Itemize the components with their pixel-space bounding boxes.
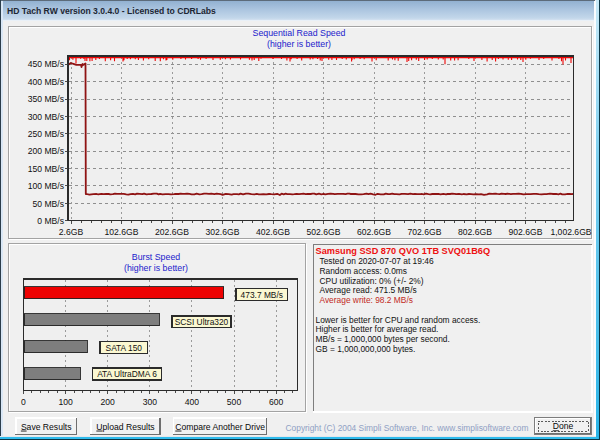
svg-text:902.6GB: 902.6GB xyxy=(509,227,543,237)
svg-text:Sequential Read Speed: Sequential Read Speed xyxy=(253,28,346,38)
svg-text:GB = 1,000,000,000 bytes.: GB = 1,000,000,000 bytes. xyxy=(316,344,416,354)
svg-text:150 MB/s: 150 MB/s xyxy=(28,164,64,174)
svg-text:Compare Another Drive: Compare Another Drive xyxy=(175,422,265,432)
svg-text:(higher is better): (higher is better) xyxy=(267,39,331,49)
svg-text:0: 0 xyxy=(21,397,26,407)
svg-text:Done: Done xyxy=(553,421,574,431)
svg-text:300: 300 xyxy=(143,397,158,407)
svg-text:Lower is better for CPU and ra: Lower is better for CPU and random acces… xyxy=(316,315,481,325)
svg-text:1,002.6GB: 1,002.6GB xyxy=(550,227,591,237)
svg-text:SCSI Ultra320: SCSI Ultra320 xyxy=(175,317,229,327)
svg-text:400: 400 xyxy=(185,397,200,407)
svg-text:0 MB/s: 0 MB/s xyxy=(37,216,64,226)
svg-text:Upload Results: Upload Results xyxy=(96,422,154,432)
svg-text:200 MB/s: 200 MB/s xyxy=(28,146,64,156)
svg-text:50 MB/s: 50 MB/s xyxy=(32,199,64,209)
svg-text:102.6GB: 102.6GB xyxy=(105,227,139,237)
svg-text:300 MB/s: 300 MB/s xyxy=(28,112,64,122)
svg-text:SATA 150: SATA 150 xyxy=(106,343,143,353)
svg-text:2.6GB: 2.6GB xyxy=(59,227,84,237)
svg-text:ATA UltraDMA 6: ATA UltraDMA 6 xyxy=(97,369,157,379)
svg-text:CPU utilization: 0% (+/- 2%): CPU utilization: 0% (+/- 2%) xyxy=(320,276,424,286)
svg-text:200: 200 xyxy=(101,397,116,407)
svg-text:Average write: 98.2 MB/s: Average write: 98.2 MB/s xyxy=(320,295,413,305)
svg-text:402.6GB: 402.6GB xyxy=(256,227,290,237)
svg-text:702.6GB: 702.6GB xyxy=(408,227,442,237)
svg-text:502.6GB: 502.6GB xyxy=(307,227,341,237)
svg-text:302.6GB: 302.6GB xyxy=(206,227,240,237)
svg-text:400 MB/s: 400 MB/s xyxy=(28,77,64,87)
svg-text:500: 500 xyxy=(227,397,242,407)
svg-text:202.6GB: 202.6GB xyxy=(155,227,189,237)
svg-text:Higher is better for average r: Higher is better for average read. xyxy=(316,324,439,334)
svg-text:450 MB/s: 450 MB/s xyxy=(28,59,64,69)
svg-text:100: 100 xyxy=(58,397,73,407)
svg-text:Copyright (C) 2004 Simpli Soft: Copyright (C) 2004 Simpli Software, Inc.… xyxy=(286,423,529,433)
svg-text:Tested on 2020-07-07 at 19:46: Tested on 2020-07-07 at 19:46 xyxy=(320,256,434,266)
svg-text:602.6GB: 602.6GB xyxy=(357,227,391,237)
svg-text:350 MB/s: 350 MB/s xyxy=(28,94,64,104)
svg-text:HD Tach RW version 3.0.4.0 - L: HD Tach RW version 3.0.4.0 - Licensed to… xyxy=(7,6,216,16)
svg-text:Burst Speed: Burst Speed xyxy=(132,252,181,262)
svg-text:MB/s = 1,000,000 bytes per sec: MB/s = 1,000,000 bytes per second. xyxy=(316,334,450,344)
svg-text:Samsung SSD 870 QVO 1TB SVQ01B: Samsung SSD 870 QVO 1TB SVQ01B6Q xyxy=(316,246,491,256)
svg-text:250 MB/s: 250 MB/s xyxy=(28,129,64,139)
svg-text:Save Results: Save Results xyxy=(21,422,72,432)
svg-text:(higher is better): (higher is better) xyxy=(124,263,188,273)
svg-text:Random access: 0.0ms: Random access: 0.0ms xyxy=(320,266,408,276)
svg-text:600: 600 xyxy=(269,397,284,407)
svg-text:100 MB/s: 100 MB/s xyxy=(28,181,64,191)
svg-text:802.6GB: 802.6GB xyxy=(458,227,492,237)
svg-text:Average read: 471.5 MB/s: Average read: 471.5 MB/s xyxy=(320,285,417,295)
svg-text:473.7 MB/s: 473.7 MB/s xyxy=(241,290,283,300)
